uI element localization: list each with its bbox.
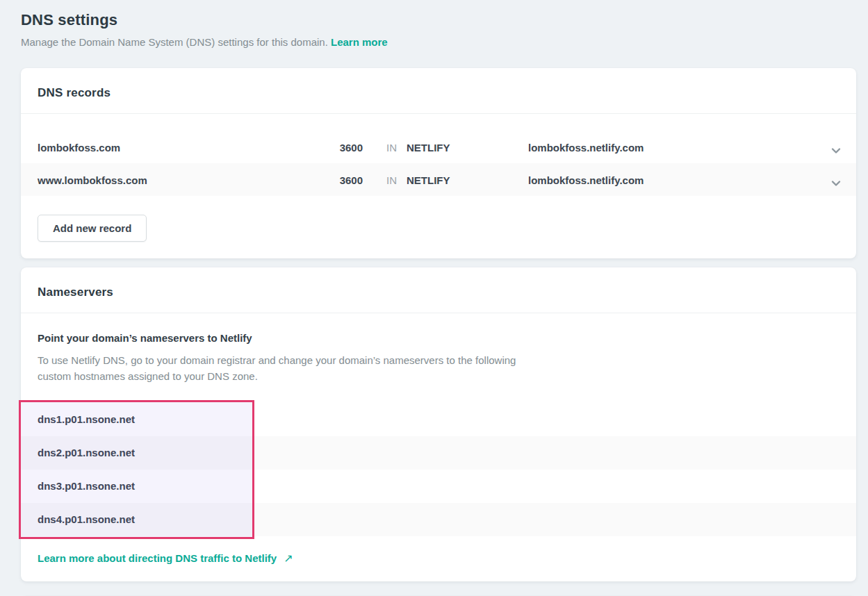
record-class: IN (386, 141, 397, 153)
nameservers-heading: Point your domain’s nameservers to Netli… (38, 331, 840, 345)
nameservers-link-row: Learn more about directing DNS traffic t… (21, 536, 856, 581)
record-type: NETLIFY (407, 141, 450, 153)
chevron-down-icon[interactable] (831, 144, 841, 150)
page-subtitle-text: Manage the Domain Name System (DNS) sett… (21, 36, 328, 48)
directing-dns-traffic-link-label: Learn more about directing DNS traffic t… (38, 552, 277, 564)
dns-settings-page: DNS settings Manage the Domain Name Syst… (0, 0, 868, 596)
page-subtitle: Manage the Domain Name System (DNS) sett… (21, 35, 856, 49)
record-value: lombokfoss.netlify.com (528, 141, 644, 153)
nameserver-row: dns1.p01.nsone.net (21, 403, 856, 436)
divider (21, 113, 856, 114)
page-title: DNS settings (21, 11, 856, 29)
record-hostname: www.lombokfoss.com (38, 174, 147, 185)
add-record-button-wrap: Add new record (21, 196, 856, 258)
dns-records-title: DNS records (38, 85, 840, 101)
record-ttl: 3600 (313, 174, 363, 185)
record-ttl: 3600 (313, 141, 363, 153)
nameservers-title: Nameservers (38, 284, 840, 301)
nameserver-row: dns4.p01.nsone.net (21, 503, 856, 536)
dns-record-row[interactable]: lombokfoss.com 3600 IN NETLIFY lombokfos… (21, 131, 856, 163)
nameservers-description: To use Netlify DNS, go to your domain re… (38, 352, 524, 384)
record-class: IN (386, 174, 397, 185)
dns-records-card-header: DNS records (21, 68, 856, 101)
nameservers-card-header: Nameservers (21, 267, 856, 301)
nameserver-row: dns2.p01.nsone.net (21, 436, 856, 470)
record-value: lombokfoss.netlify.com (528, 174, 644, 185)
nameservers-list: dns1.p01.nsone.net dns2.p01.nsone.net dn… (21, 403, 856, 536)
nameservers-intro: Point your domain’s nameservers to Netli… (21, 313, 856, 384)
arrow-up-right-icon: ↗ (284, 552, 293, 565)
nameservers-card: Nameservers Point your domain’s nameserv… (21, 267, 856, 581)
dns-record-row[interactable]: www.lombokfoss.com 3600 IN NETLIFY lombo… (21, 163, 856, 196)
learn-more-link[interactable]: Learn more (331, 36, 388, 48)
chevron-down-icon[interactable] (831, 176, 841, 183)
directing-dns-traffic-link[interactable]: Learn more about directing DNS traffic t… (38, 552, 293, 564)
add-new-record-button[interactable]: Add new record (38, 215, 147, 242)
record-type: NETLIFY (407, 174, 450, 185)
record-hostname: lombokfoss.com (38, 141, 120, 153)
dns-records-table: lombokfoss.com 3600 IN NETLIFY lombokfos… (21, 131, 856, 196)
dns-records-card: DNS records lombokfoss.com 3600 IN NETLI… (21, 68, 856, 258)
nameserver-row: dns3.p01.nsone.net (21, 470, 856, 503)
